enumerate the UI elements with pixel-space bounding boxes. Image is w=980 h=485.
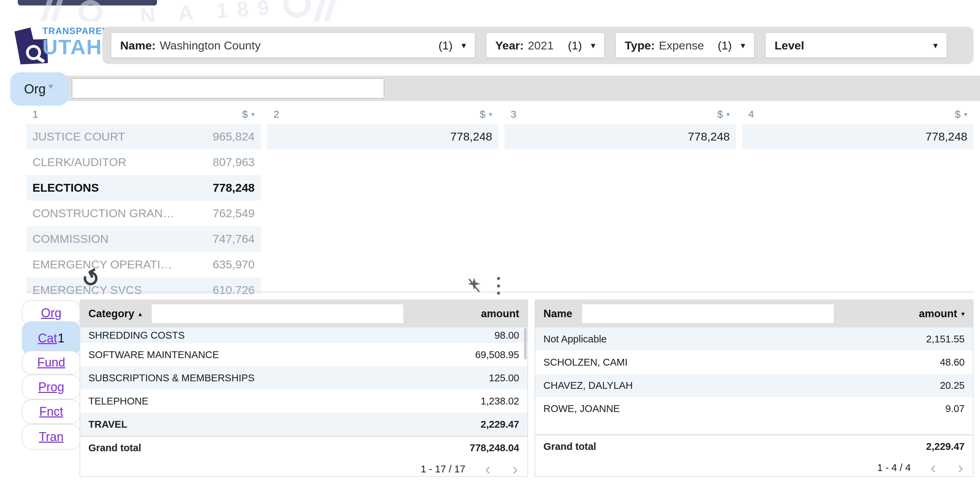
sidebar-tab-prog-link[interactable]: Prog bbox=[38, 380, 64, 394]
org-label: COMMISSION bbox=[32, 232, 108, 246]
chevron-down-icon[interactable]: ▾ bbox=[251, 110, 255, 118]
pivot-column-4: 4 $ ▾ 778,248 bbox=[742, 105, 974, 149]
chevron-down-icon[interactable]: ▾ bbox=[489, 110, 492, 118]
page-range-label: 1 - 17 / 17 bbox=[420, 463, 465, 475]
filter-year[interactable]: Year: 2021 (1) ▾ bbox=[487, 33, 604, 58]
table-row[interactable]: COMMISSION 747,764 bbox=[26, 226, 261, 252]
empty-space bbox=[535, 420, 973, 434]
watermark-text: N A 189 bbox=[139, 0, 279, 21]
table-row-selected[interactable]: ELECTIONS 778,248 bbox=[26, 175, 261, 201]
category-amount: 125.00 bbox=[489, 372, 519, 384]
category-search-input[interactable] bbox=[151, 304, 404, 324]
category-label: TELEPHONE bbox=[88, 396, 148, 407]
category-amount: 98.00 bbox=[494, 330, 519, 341]
table-row[interactable]: CHAVEZ, DALYLAH 20.25 bbox=[535, 374, 973, 397]
org-label: CLERK/AUDITOR bbox=[32, 155, 126, 169]
table-row[interactable]: ROWE, JOANNE 9.07 bbox=[535, 397, 973, 420]
filter-name[interactable]: Name: Washington County (1) ▾ bbox=[111, 33, 475, 58]
table-row[interactable]: EMERGENCY OPERATI… 635,970 bbox=[26, 252, 261, 277]
pivot-column-2-header[interactable]: 2 $ ▾ bbox=[267, 105, 498, 124]
table-row[interactable]: SUBSCRIPTIONS & MEMBERSHIPS 125.00 bbox=[80, 366, 527, 390]
org-tab-label: Org bbox=[24, 82, 45, 97]
category-amount: 1,238.02 bbox=[480, 396, 519, 407]
drilldown-amount: 778,248 bbox=[688, 130, 730, 143]
sidebar-tab-tran-link[interactable]: Tran bbox=[39, 430, 64, 444]
filter-level[interactable]: Level ▾ bbox=[766, 33, 947, 58]
dollar-unit-label: $ bbox=[480, 108, 485, 120]
sidebar-tab-fnct-link[interactable]: Fnct bbox=[39, 404, 63, 419]
name-label: SCHOLZEN, CAMI bbox=[543, 357, 628, 368]
filter-type-count: (1) bbox=[718, 39, 732, 52]
sidebar-tab-fnct[interactable]: Fnct bbox=[22, 399, 81, 424]
top-navy-bar bbox=[18, 0, 157, 5]
name-table-header: Name amount ▾ bbox=[535, 300, 973, 327]
pivot-column-3-header[interactable]: 3 $ ▾ bbox=[504, 105, 736, 124]
sort-ascending-icon[interactable]: ▴ bbox=[138, 310, 142, 318]
filter-bar: Name: Washington County (1) ▾ Year: 2021… bbox=[102, 27, 974, 64]
sort-descending-icon[interactable]: ▾ bbox=[961, 310, 965, 318]
org-label: EMERGENCY OPERATI… bbox=[32, 258, 172, 271]
category-column-header[interactable]: Category bbox=[88, 307, 134, 320]
sidebar-tab-org-link[interactable]: Org bbox=[41, 306, 62, 320]
chevron-down-icon[interactable]: ▾ bbox=[726, 110, 730, 118]
kebab-dot bbox=[497, 277, 500, 280]
transparent-utah-logo[interactable]: TRANSPARENT UTAH bbox=[12, 24, 94, 67]
pivot-column-1-header[interactable]: 1 $ ▾ bbox=[26, 105, 261, 124]
table-row[interactable]: 778,248 bbox=[504, 124, 736, 149]
table-row[interactable]: SOFTWARE MAINTENANCE 69,508.95 bbox=[80, 343, 527, 366]
pin-off-icon[interactable] bbox=[466, 277, 482, 293]
sidebar-tab-cat[interactable]: Cat 1 bbox=[22, 321, 81, 355]
category-table-scrollbar[interactable] bbox=[524, 328, 527, 360]
org-label: JUSTICE COURT bbox=[32, 130, 125, 143]
sidebar-tab-cat-count: 1 bbox=[58, 331, 65, 346]
pivot-column-4-header[interactable]: 4 $ ▾ bbox=[742, 105, 974, 124]
sidebar-tab-prog[interactable]: Prog bbox=[22, 374, 81, 399]
table-row[interactable]: 778,248 bbox=[267, 124, 498, 149]
org-amount: 778,248 bbox=[213, 181, 255, 194]
org-label: ELECTIONS bbox=[32, 181, 99, 194]
chevron-down-icon[interactable]: ▾ bbox=[591, 40, 595, 51]
table-row[interactable]: SHREDDING COSTS 98.00 bbox=[80, 327, 527, 343]
watermark-slash bbox=[323, 0, 338, 21]
filter-year-count: (1) bbox=[568, 39, 582, 52]
category-amount: 69,508.95 bbox=[475, 349, 519, 360]
grand-total-row: Grand total 2,229.47 bbox=[535, 434, 973, 458]
category-pagination: 1 - 17 / 17 ‹ › bbox=[80, 459, 527, 479]
chevron-down-icon[interactable]: ▾ bbox=[461, 40, 466, 51]
sidebar-tab-fund[interactable]: Fund bbox=[22, 350, 81, 374]
more-options-icon[interactable] bbox=[496, 277, 501, 295]
table-row-selected[interactable]: TRAVEL 2,229.47 bbox=[80, 413, 527, 436]
org-search-input[interactable] bbox=[72, 78, 384, 98]
column-number: 1 bbox=[32, 108, 38, 120]
table-row[interactable]: SCHOLZEN, CAMI 48.60 bbox=[535, 350, 973, 374]
filter-name-value: Washington County bbox=[160, 39, 261, 52]
chevron-down-icon[interactable]: ▾ bbox=[933, 40, 938, 51]
column-number: 2 bbox=[274, 108, 279, 120]
amount-column-header[interactable]: amount bbox=[481, 307, 519, 320]
name-column-header[interactable]: Name bbox=[543, 307, 572, 320]
table-row[interactable]: CONSTRUCTION GRAN… 762,549 bbox=[26, 201, 261, 226]
org-dimension-tab[interactable]: Org ▼ bbox=[10, 72, 68, 106]
category-table-header: Category ▴ amount bbox=[80, 300, 527, 327]
name-search-input[interactable] bbox=[582, 304, 834, 324]
table-row[interactable]: 778,248 bbox=[742, 124, 974, 149]
filter-level-label: Level bbox=[775, 39, 804, 52]
sidebar-tab-fund-link[interactable]: Fund bbox=[37, 355, 65, 370]
table-row[interactable]: Not Applicable 2,151.55 bbox=[535, 327, 973, 350]
grand-total-label: Grand total bbox=[543, 441, 596, 452]
filter-name-count: (1) bbox=[438, 39, 453, 52]
amount-column-header[interactable]: amount bbox=[919, 307, 957, 320]
watermark-circle bbox=[283, 0, 310, 18]
filter-year-label: Year: bbox=[495, 39, 523, 52]
filter-type[interactable]: Type: Expense (1) ▾ bbox=[616, 33, 754, 58]
table-row[interactable]: TELEPHONE 1,238.02 bbox=[80, 390, 527, 413]
table-row[interactable]: JUSTICE COURT 965,824 bbox=[26, 124, 261, 149]
org-amount: 635,970 bbox=[213, 258, 255, 271]
table-row[interactable]: CLERK/AUDITOR 807,963 bbox=[26, 149, 261, 175]
chevron-down-icon[interactable]: ▾ bbox=[741, 40, 745, 51]
sidebar-tab-tran[interactable]: Tran bbox=[22, 424, 81, 450]
sidebar-tab-cat-link[interactable]: Cat bbox=[38, 331, 57, 346]
chevron-down-icon[interactable]: ▾ bbox=[964, 110, 967, 118]
name-label: ROWE, JOANNE bbox=[543, 403, 620, 414]
org-amount: 807,963 bbox=[213, 155, 255, 169]
